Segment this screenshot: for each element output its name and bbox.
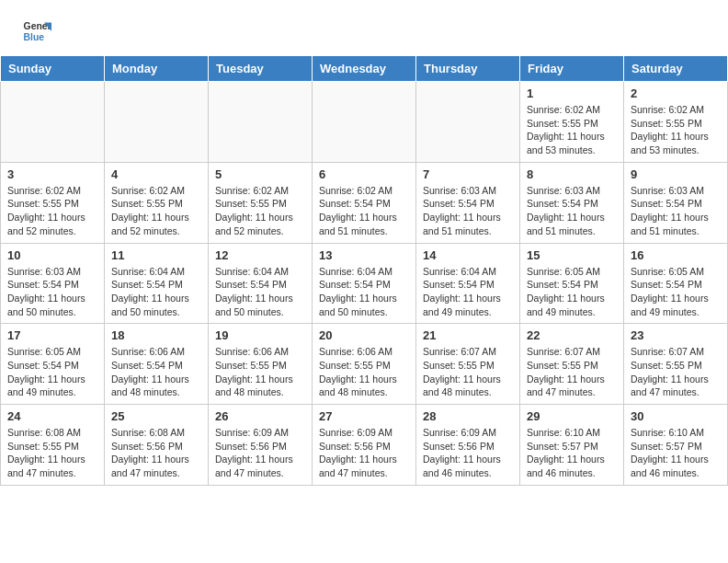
day-number: 29: [527, 409, 617, 423]
calendar-cell: 10Sunrise: 6:03 AMSunset: 5:54 PMDayligh…: [1, 243, 105, 324]
calendar-cell: 8Sunrise: 6:03 AMSunset: 5:54 PMDaylight…: [520, 162, 624, 243]
day-number: 19: [215, 328, 305, 342]
day-info: Sunrise: 6:09 AMSunset: 5:56 PMDaylight:…: [319, 426, 409, 480]
calendar-cell: 18Sunrise: 6:06 AMSunset: 5:54 PMDayligh…: [105, 324, 209, 405]
calendar-cell: [313, 82, 416, 163]
calendar-cell: 3Sunrise: 6:02 AMSunset: 5:55 PMDaylight…: [1, 162, 105, 243]
calendar-cell: 7Sunrise: 6:03 AMSunset: 5:54 PMDaylight…: [416, 162, 520, 243]
day-info: Sunrise: 6:03 AMSunset: 5:54 PMDaylight:…: [7, 265, 97, 319]
calendar-cell: 23Sunrise: 6:07 AMSunset: 5:55 PMDayligh…: [624, 324, 728, 405]
day-info: Sunrise: 6:09 AMSunset: 5:56 PMDaylight:…: [215, 426, 305, 480]
calendar-cell: 16Sunrise: 6:05 AMSunset: 5:54 PMDayligh…: [624, 243, 728, 324]
calendar-cell: 11Sunrise: 6:04 AMSunset: 5:54 PMDayligh…: [105, 243, 209, 324]
day-number: 30: [631, 409, 721, 423]
day-number: 23: [631, 328, 721, 342]
weekday-header-friday: Friday: [520, 56, 624, 82]
day-info: Sunrise: 6:06 AMSunset: 5:55 PMDaylight:…: [319, 345, 409, 399]
day-number: 11: [111, 248, 201, 262]
day-info: Sunrise: 6:08 AMSunset: 5:56 PMDaylight:…: [111, 426, 201, 480]
day-info: Sunrise: 6:04 AMSunset: 5:54 PMDaylight:…: [111, 265, 201, 319]
calendar-week-2: 3Sunrise: 6:02 AMSunset: 5:55 PMDaylight…: [1, 162, 728, 243]
calendar-cell: 2Sunrise: 6:02 AMSunset: 5:55 PMDaylight…: [624, 82, 728, 163]
day-number: 9: [631, 167, 721, 181]
calendar-week-1: 1Sunrise: 6:02 AMSunset: 5:55 PMDaylight…: [1, 82, 728, 163]
calendar-cell: 9Sunrise: 6:03 AMSunset: 5:54 PMDaylight…: [624, 162, 728, 243]
calendar-cell: [209, 82, 313, 163]
calendar-cell: [105, 82, 209, 163]
calendar-table: SundayMondayTuesdayWednesdayThursdayFrid…: [0, 55, 728, 486]
weekday-header-monday: Monday: [105, 56, 209, 82]
day-number: 5: [215, 167, 305, 181]
page-header: General Blue: [0, 0, 728, 55]
calendar-cell: 12Sunrise: 6:04 AMSunset: 5:54 PMDayligh…: [209, 243, 313, 324]
calendar-cell: 5Sunrise: 6:02 AMSunset: 5:55 PMDaylight…: [209, 162, 313, 243]
calendar-cell: 21Sunrise: 6:07 AMSunset: 5:55 PMDayligh…: [416, 324, 520, 405]
day-number: 26: [215, 409, 305, 423]
day-info: Sunrise: 6:05 AMSunset: 5:54 PMDaylight:…: [7, 345, 97, 399]
weekday-header-wednesday: Wednesday: [313, 56, 416, 82]
calendar-cell: 13Sunrise: 6:04 AMSunset: 5:54 PMDayligh…: [313, 243, 416, 324]
calendar-week-5: 24Sunrise: 6:08 AMSunset: 5:55 PMDayligh…: [1, 405, 728, 486]
calendar-cell: 6Sunrise: 6:02 AMSunset: 5:54 PMDaylight…: [313, 162, 416, 243]
logo-icon: General Blue: [22, 17, 51, 46]
day-info: Sunrise: 6:02 AMSunset: 5:55 PMDaylight:…: [631, 103, 721, 157]
calendar-cell: 20Sunrise: 6:06 AMSunset: 5:55 PMDayligh…: [313, 324, 416, 405]
calendar-cell: 26Sunrise: 6:09 AMSunset: 5:56 PMDayligh…: [209, 405, 313, 486]
day-info: Sunrise: 6:04 AMSunset: 5:54 PMDaylight:…: [423, 265, 513, 319]
day-number: 18: [111, 328, 201, 342]
day-number: 16: [631, 248, 721, 262]
calendar-cell: 28Sunrise: 6:09 AMSunset: 5:56 PMDayligh…: [416, 405, 520, 486]
day-info: Sunrise: 6:02 AMSunset: 5:55 PMDaylight:…: [7, 184, 97, 238]
day-info: Sunrise: 6:06 AMSunset: 5:55 PMDaylight:…: [215, 345, 305, 399]
weekday-header-thursday: Thursday: [416, 56, 520, 82]
calendar-cell: 4Sunrise: 6:02 AMSunset: 5:55 PMDaylight…: [105, 162, 209, 243]
day-info: Sunrise: 6:07 AMSunset: 5:55 PMDaylight:…: [527, 345, 617, 399]
day-info: Sunrise: 6:02 AMSunset: 5:54 PMDaylight:…: [319, 184, 409, 238]
svg-text:Blue: Blue: [24, 32, 45, 42]
calendar-cell: 15Sunrise: 6:05 AMSunset: 5:54 PMDayligh…: [520, 243, 624, 324]
day-number: 25: [111, 409, 201, 423]
calendar-cell: [1, 82, 105, 163]
day-info: Sunrise: 6:05 AMSunset: 5:54 PMDaylight:…: [527, 265, 617, 319]
day-info: Sunrise: 6:10 AMSunset: 5:57 PMDaylight:…: [631, 426, 721, 480]
calendar-week-4: 17Sunrise: 6:05 AMSunset: 5:54 PMDayligh…: [1, 324, 728, 405]
day-number: 6: [319, 167, 409, 181]
calendar-cell: 30Sunrise: 6:10 AMSunset: 5:57 PMDayligh…: [624, 405, 728, 486]
day-number: 22: [527, 328, 617, 342]
day-number: 28: [423, 409, 513, 423]
day-info: Sunrise: 6:06 AMSunset: 5:54 PMDaylight:…: [111, 345, 201, 399]
day-info: Sunrise: 6:02 AMSunset: 5:55 PMDaylight:…: [527, 103, 617, 157]
day-number: 4: [111, 167, 201, 181]
day-info: Sunrise: 6:03 AMSunset: 5:54 PMDaylight:…: [631, 184, 721, 238]
day-number: 8: [527, 167, 617, 181]
day-info: Sunrise: 6:10 AMSunset: 5:57 PMDaylight:…: [527, 426, 617, 480]
calendar-week-3: 10Sunrise: 6:03 AMSunset: 5:54 PMDayligh…: [1, 243, 728, 324]
calendar-cell: 1Sunrise: 6:02 AMSunset: 5:55 PMDaylight…: [520, 82, 624, 163]
calendar-cell: 25Sunrise: 6:08 AMSunset: 5:56 PMDayligh…: [105, 405, 209, 486]
day-number: 2: [631, 86, 721, 100]
calendar-cell: 19Sunrise: 6:06 AMSunset: 5:55 PMDayligh…: [209, 324, 313, 405]
day-number: 15: [527, 248, 617, 262]
day-info: Sunrise: 6:03 AMSunset: 5:54 PMDaylight:…: [423, 184, 513, 238]
day-number: 27: [319, 409, 409, 423]
weekday-header-tuesday: Tuesday: [209, 56, 313, 82]
day-info: Sunrise: 6:04 AMSunset: 5:54 PMDaylight:…: [215, 265, 305, 319]
day-info: Sunrise: 6:09 AMSunset: 5:56 PMDaylight:…: [423, 426, 513, 480]
calendar-cell: 17Sunrise: 6:05 AMSunset: 5:54 PMDayligh…: [1, 324, 105, 405]
day-info: Sunrise: 6:02 AMSunset: 5:55 PMDaylight:…: [215, 184, 305, 238]
day-info: Sunrise: 6:03 AMSunset: 5:54 PMDaylight:…: [527, 184, 617, 238]
day-info: Sunrise: 6:07 AMSunset: 5:55 PMDaylight:…: [631, 345, 721, 399]
day-number: 10: [7, 248, 97, 262]
calendar-cell: 22Sunrise: 6:07 AMSunset: 5:55 PMDayligh…: [520, 324, 624, 405]
day-number: 12: [215, 248, 305, 262]
calendar-cell: 27Sunrise: 6:09 AMSunset: 5:56 PMDayligh…: [313, 405, 416, 486]
day-number: 20: [319, 328, 409, 342]
day-info: Sunrise: 6:02 AMSunset: 5:55 PMDaylight:…: [111, 184, 201, 238]
day-number: 24: [7, 409, 97, 423]
day-number: 21: [423, 328, 513, 342]
calendar-cell: 24Sunrise: 6:08 AMSunset: 5:55 PMDayligh…: [1, 405, 105, 486]
day-number: 14: [423, 248, 513, 262]
day-number: 1: [527, 86, 617, 100]
day-info: Sunrise: 6:07 AMSunset: 5:55 PMDaylight:…: [423, 345, 513, 399]
day-number: 7: [423, 167, 513, 181]
